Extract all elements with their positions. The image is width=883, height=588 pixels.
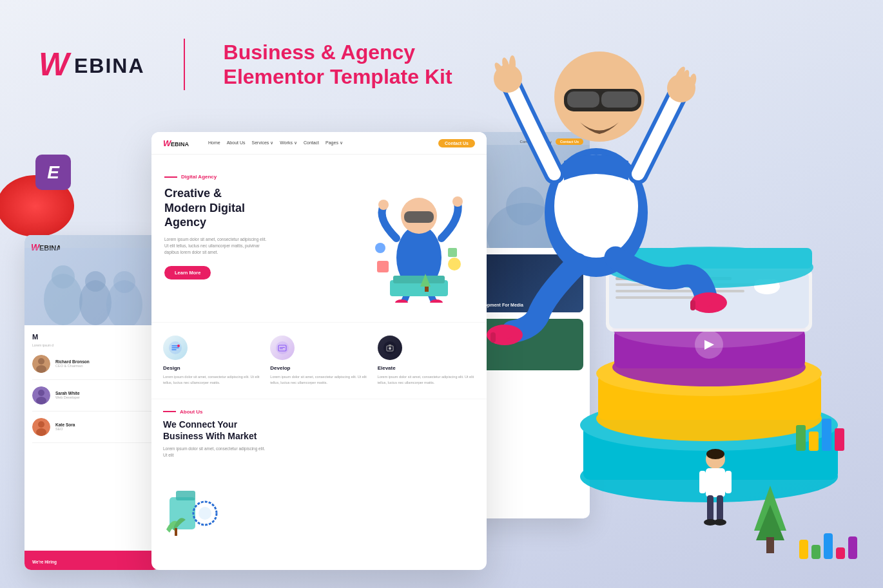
svg-point-18 (36, 428, 46, 436)
svg-point-12 (36, 365, 46, 373)
member-role-2: Web Developer (55, 395, 80, 399)
avatar-2 (32, 386, 50, 404)
member-info-3: Kate Sora SEO (55, 422, 75, 431)
svg-point-9 (113, 271, 135, 293)
nav-link-works: Works ∨ (280, 140, 297, 146)
logo-area: W EBINA (39, 48, 145, 81)
about-description: Lorem ipsum dolor sit amet, consectetur … (163, 446, 266, 459)
svg-point-15 (36, 397, 46, 404)
hero-cta-button[interactable]: Learn More (164, 266, 211, 280)
logo: W EBINA (39, 48, 145, 81)
nav-link-services: Services ∨ (251, 140, 273, 146)
about-title: We Connect Your Business With Market (163, 419, 475, 442)
svg-point-37 (177, 345, 180, 347)
mockup-logo: W EBINA (163, 138, 195, 147)
team-member-1: Richard Bronson CEO & Chairman (32, 355, 152, 380)
right-nav-cta[interactable]: Contact Us (556, 138, 583, 145)
develop-icon-svg (275, 341, 289, 355)
avatar-1 (32, 355, 50, 373)
svg-point-11 (38, 358, 44, 365)
svg-rect-40 (280, 347, 285, 348)
back-content: M Lorem ipsum d Richard Bronson CEO & Ch… (24, 325, 160, 457)
about-tag-text: About Us (180, 409, 203, 415)
mockup-nav-cta[interactable]: Contact Us (438, 139, 475, 147)
service-design-desc: Lorem ipsum dolor sit amet, consectetur … (163, 374, 260, 386)
back-top-image: W EBINA (24, 235, 160, 325)
elementor-badge: E (35, 155, 71, 190)
svg-rect-32 (448, 248, 457, 257)
service-elevate-desc: Lorem ipsum dolor sit amet, consectetur … (378, 374, 475, 386)
about-illustration-svg (163, 478, 221, 536)
mockup-hero: Digital Agency Creative & Modern Digital… (151, 155, 487, 322)
avatar-3 (32, 418, 50, 436)
mockup-back-card: W EBINA M Lorem ipsum d (24, 235, 160, 570)
svg-text:W: W (39, 48, 72, 81)
nav-link-pages: Pages ∨ (325, 140, 343, 146)
right-nav-pages: Pages ∨ (537, 140, 552, 144)
hero-tag-line (164, 176, 177, 178)
hero-character-illustration (364, 161, 474, 303)
mockup-navbar: W EBINA Home About Us Services ∨ Works ∨… (151, 132, 487, 155)
svg-point-24 (378, 200, 389, 210)
svg-point-14 (38, 390, 44, 396)
svg-point-49 (199, 507, 211, 520)
elementor-letter: E (47, 162, 59, 183)
mockup-about: About Us We Connect Your Business With M… (151, 399, 487, 478)
mockup-nav-links: Home About Us Services ∨ Works ∨ Contact… (208, 140, 432, 146)
elevate-icon-svg (383, 341, 397, 355)
svg-rect-50 (175, 528, 177, 536)
svg-point-17 (38, 421, 44, 428)
services-grid: Design Lorem ipsum dolor sit amet, conse… (163, 336, 475, 386)
member-info-1: Richard Bronson CEO & Chairman (55, 359, 90, 368)
svg-rect-45 (389, 345, 391, 346)
about-bottom-illustration (151, 478, 487, 542)
mockup-main-card: W EBINA Home About Us Services ∨ Works ∨… (151, 132, 487, 570)
svg-text:EBINA: EBINA (171, 141, 189, 147)
member-name-2: Sarah White (55, 391, 80, 395)
about-tag: About Us (163, 409, 475, 415)
hero-3d-character (364, 161, 474, 303)
avatar-image-1 (32, 355, 50, 373)
tagline-line2: Elementor Template Kit (224, 64, 452, 89)
svg-rect-23 (404, 211, 434, 223)
svg-point-5 (52, 265, 75, 289)
nav-link-home: Home (208, 140, 220, 146)
back-section-desc: Lorem ipsum d (32, 343, 152, 348)
mockup-services: Design Lorem ipsum dolor sit amet, conse… (151, 322, 487, 399)
hero-tag-text: Digital Agency (181, 174, 217, 180)
member-name-3: Kate Sora (55, 422, 75, 427)
service-elevate-icon (378, 336, 402, 360)
service-develop: Develop Lorem ipsum dolor sit amet, cons… (270, 336, 367, 386)
nav-link-about: About Us (227, 140, 246, 146)
svg-point-33 (375, 243, 385, 253)
logo-icon: W (39, 48, 74, 81)
service-design-icon (163, 336, 188, 360)
avatar-image-3 (32, 418, 50, 436)
service-design-name: Design (163, 365, 180, 371)
member-role-1: CEO & Chairman (55, 364, 90, 368)
service-develop-name: Develop (270, 365, 290, 371)
hero-description: Lorem ipsum dolor sit amet, consectetur … (164, 236, 267, 256)
svg-rect-41 (280, 348, 283, 349)
nav-link-contact: Contact (304, 140, 319, 146)
back-people-illustration (24, 248, 160, 325)
svg-rect-29 (393, 276, 445, 283)
svg-rect-47 (176, 491, 195, 500)
logo-text: EBINA (74, 54, 145, 78)
team-member-2: Sarah White Web Developer (32, 386, 152, 412)
service-develop-desc: Lorem ipsum dolor sit amet, consectetur … (270, 374, 367, 386)
hero-title: Creative & Modern Digital Agency (164, 186, 280, 230)
header: W EBINA Business & Agency Elementor Temp… (0, 0, 883, 129)
service-elevate-name: Elevate (378, 365, 396, 371)
service-develop-icon (270, 336, 295, 360)
logo-divider (184, 39, 185, 90)
member-name-1: Richard Bronson (55, 359, 90, 364)
back-section-title: M (32, 333, 152, 341)
right-nav-contact: Contact (520, 140, 534, 144)
svg-point-31 (448, 258, 461, 270)
team-member-3: Kate Sora SEO (32, 418, 152, 443)
member-role-3: SEO (55, 427, 75, 431)
hiring-bar: We're Hiring (24, 551, 160, 570)
svg-point-7 (85, 271, 106, 292)
about-tag-line (163, 411, 176, 412)
